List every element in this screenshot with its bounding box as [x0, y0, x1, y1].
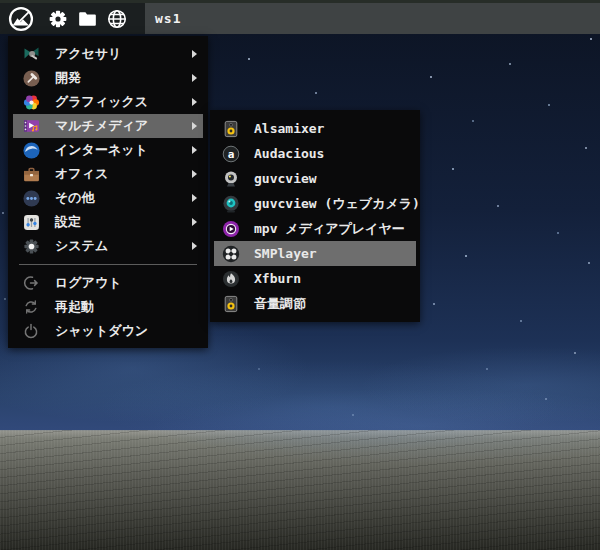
submenu-item-label: Audacious [254, 146, 324, 161]
ground-field [0, 430, 600, 550]
submenu-item-label: SMPlayer [254, 246, 317, 261]
webcam-icon [222, 170, 240, 188]
menu-item-label: 開発 [55, 69, 192, 87]
submenu-arrow-icon [192, 146, 197, 154]
submenu-item-label: guvcview (ウェブカメラ) [254, 195, 420, 213]
submenu-arrow-icon [192, 242, 197, 250]
multimedia-submenu: Alsamixer a Audacious guvcview [210, 110, 420, 322]
development-icon [22, 70, 40, 87]
submenu-arrow-icon [192, 74, 197, 82]
other-icon [22, 190, 40, 207]
menu-item-graphics[interactable]: グラフィックス [8, 90, 208, 114]
menu-item-label: インターネット [55, 141, 192, 159]
menu-item-accessories[interactable]: アクセサリ [8, 42, 208, 66]
xfburn-flame-icon [222, 270, 240, 288]
menu-item-label: その他 [55, 189, 192, 207]
submenu-arrow-icon [192, 50, 197, 58]
root-menu: アクセサリ 開発 グラフィックス [8, 36, 208, 348]
menu-item-shutdown[interactable]: シャットダウン [8, 319, 208, 343]
submenu-item-guvcview[interactable]: guvcview [210, 166, 420, 191]
internet-icon [22, 142, 40, 159]
menu-item-label: 設定 [55, 213, 192, 231]
menu-separator [19, 264, 197, 265]
system-gear-icon [22, 238, 40, 255]
submenu-item-audacious[interactable]: a Audacious [210, 141, 420, 166]
submenu-item-label: 音量調節 [254, 295, 306, 313]
submenu-item-volume[interactable]: 音量調節 [210, 291, 420, 316]
gear-icon[interactable] [48, 9, 68, 29]
submenu-item-guvcview-webcam[interactable]: guvcview (ウェブカメラ) [210, 191, 420, 216]
submenu-arrow-icon [192, 98, 197, 106]
audacious-icon: a [222, 145, 240, 163]
menu-item-label: オフィス [55, 165, 192, 183]
menu-item-multimedia[interactable]: マルチメディア [13, 114, 203, 138]
settings-icon [22, 214, 40, 231]
submenu-arrow-icon [192, 218, 197, 226]
multimedia-icon [22, 118, 40, 135]
taskbar-area: ws1 [145, 3, 600, 34]
office-icon [22, 166, 40, 183]
menu-item-internet[interactable]: インターネット [8, 138, 208, 162]
menu-item-label: シャットダウン [55, 322, 208, 340]
submenu-item-alsamixer[interactable]: Alsamixer [210, 116, 420, 141]
top-panel: ws1 [0, 0, 600, 34]
mpv-icon [222, 220, 240, 238]
globe-icon[interactable] [106, 8, 128, 30]
restart-icon [22, 299, 40, 316]
speaker-icon [222, 295, 240, 313]
menu-item-system[interactable]: システム [8, 234, 208, 258]
submenu-item-label: guvcview [254, 171, 317, 186]
submenu-item-label: Alsamixer [254, 121, 324, 136]
menu-item-restart[interactable]: 再起動 [8, 295, 208, 319]
shutdown-power-icon [22, 323, 40, 340]
menu-item-development[interactable]: 開発 [8, 66, 208, 90]
menu-item-label: アクセサリ [55, 45, 192, 63]
menu-item-office[interactable]: オフィス [8, 162, 208, 186]
submenu-item-label: Xfburn [254, 271, 301, 286]
submenu-item-xfburn[interactable]: Xfburn [210, 266, 420, 291]
menu-item-label: 再起動 [55, 298, 208, 316]
submenu-item-label: mpv メディアプレイヤー [254, 220, 405, 238]
logout-icon [22, 275, 40, 292]
smplayer-icon [222, 245, 240, 263]
menu-item-label: マルチメディア [55, 117, 192, 135]
webcam-alt-icon [222, 195, 240, 213]
menu-item-label: ログアウト [55, 274, 208, 292]
workspace-indicator[interactable]: ws1 [155, 11, 181, 26]
menu-item-settings[interactable]: 設定 [8, 210, 208, 234]
mabox-logo-icon[interactable] [7, 5, 35, 33]
graphics-icon [22, 94, 40, 111]
submenu-item-mpv[interactable]: mpv メディアプレイヤー [210, 216, 420, 241]
submenu-arrow-icon [192, 170, 197, 178]
menu-item-label: システム [55, 237, 192, 255]
folder-icon[interactable] [77, 9, 98, 29]
menu-item-label: グラフィックス [55, 93, 192, 111]
menu-item-logout[interactable]: ログアウト [8, 271, 208, 295]
submenu-arrow-icon [192, 194, 197, 202]
submenu-item-smplayer[interactable]: SMPlayer [214, 241, 416, 266]
submenu-arrow-icon [192, 122, 197, 130]
speaker-icon [222, 120, 240, 138]
accessories-icon [22, 46, 40, 63]
menu-item-other[interactable]: その他 [8, 186, 208, 210]
svg-text:a: a [228, 148, 235, 161]
panel-launcher-area [0, 3, 145, 34]
